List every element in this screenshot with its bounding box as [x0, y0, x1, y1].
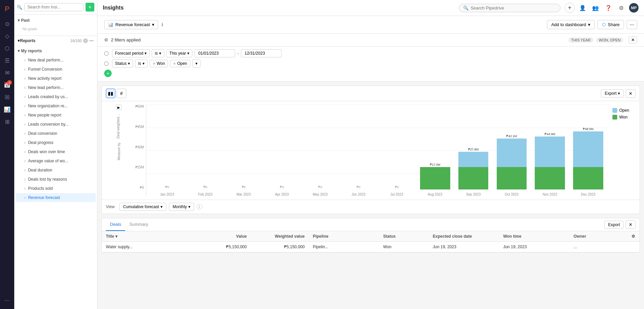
report-dropdown-button[interactable]: 📊 Revenue forecast ▾	[104, 20, 158, 29]
filter1-date-from-input[interactable]	[194, 49, 235, 57]
info-icon[interactable]: ℹ	[162, 22, 163, 27]
nav-icon-mail[interactable]: ✉	[2, 67, 13, 78]
sidebar-item-deal-progress[interactable]: ○Deal progress	[16, 138, 96, 147]
chart-type-buttons: ▮▮ #	[106, 89, 126, 98]
sidebar-item-revenue-forecast[interactable]: ○Revenue forecast	[16, 193, 96, 202]
th-title[interactable]: Title ▾	[102, 231, 193, 241]
th-won-time[interactable]: Won time	[499, 231, 569, 241]
sidebar-item-deals-lost[interactable]: ○Deals lost by reasons	[16, 175, 96, 184]
table-export-button[interactable]: Export	[604, 221, 624, 229]
chart-export-button[interactable]: Export ▾	[601, 89, 624, 97]
won-tag-remove-icon[interactable]: ✕	[153, 62, 155, 66]
forecast-period-label: Forecast period	[115, 51, 143, 56]
th-weighted[interactable]: Weighted value	[251, 231, 309, 241]
status-field-select[interactable]: Status ▾	[112, 59, 133, 68]
sidebar-search-input[interactable]	[24, 3, 83, 11]
sidebar-item-new-activity-report[interactable]: ○New activity report	[16, 74, 96, 83]
sidebar-item-avg-value[interactable]: ○Average value of wo...	[16, 157, 96, 165]
td-close-date: Jun 19, 2023	[429, 242, 499, 252]
bar-stack-9: ₱42.1M	[497, 134, 527, 189]
th-status[interactable]: Status	[379, 231, 429, 241]
nav-icon-deals[interactable]: ◇	[2, 31, 13, 41]
contacts-icon[interactable]: 👥	[590, 3, 601, 13]
th-title-sort-icon: ▾	[115, 234, 117, 239]
nav-icon-home[interactable]: ⊙	[2, 18, 13, 29]
goals-section-label: Past	[21, 18, 30, 23]
reports-info-icon[interactable]: i	[83, 38, 88, 43]
add-filter-button[interactable]: +	[104, 70, 112, 77]
filter2-operator-select[interactable]: is ▾	[135, 59, 148, 68]
share-button[interactable]: ⬡ Share	[598, 20, 624, 29]
nav-icon-products[interactable]: ☒	[2, 92, 13, 103]
bar-zero-label-6: ₱0	[395, 185, 399, 189]
more-options-button[interactable]: ⋯	[627, 20, 637, 29]
cumulative-forecast-button[interactable]: Cumulative forecast ▾	[119, 203, 166, 211]
user-avatar[interactable]: MP	[629, 3, 639, 13]
chart-bars-area: ₱0₱0₱0₱0₱0₱0₱0₱17.0M₱27.8M₱42.1M₱44.9M₱4…	[146, 105, 609, 196]
legend-open-label: Open	[619, 108, 629, 113]
sidebar-item-new-deal-perform[interactable]: ○New deal perform...	[16, 56, 96, 65]
open-tag-remove-icon[interactable]: ✕	[173, 62, 176, 66]
sidebar-item-leads-created[interactable]: ○Leads created by us...	[16, 92, 96, 101]
th-settings[interactable]: ⚙	[627, 231, 640, 241]
close-filters-button[interactable]: ✕	[629, 36, 637, 43]
th-close-date[interactable]: Expected close date	[429, 231, 499, 241]
notifications-icon[interactable]: 👤	[577, 3, 588, 13]
bar-group-6: ₱0	[378, 105, 416, 189]
help-icon[interactable]: ❓	[603, 3, 613, 13]
reports-more-icon[interactable]: ⋯	[89, 38, 94, 43]
filter-row-1: Forecast period ▾ is ▾ This year ▾ -	[104, 49, 637, 57]
th-close-date-label: Expected close date	[433, 234, 472, 239]
bar-chart-type-button[interactable]: ▮▮	[106, 89, 115, 98]
sidebar-item-deal-conversion[interactable]: ○Deal conversion	[16, 129, 96, 138]
legend-item-open: Open	[612, 108, 633, 113]
sidebar-item-funnel-conversion[interactable]: ○Funnel Conversion	[16, 65, 96, 74]
th-owner[interactable]: Owner	[569, 231, 627, 241]
th-value[interactable]: Value	[193, 231, 251, 241]
nav-icon-marketplace[interactable]: ⊞	[2, 116, 13, 127]
bar-group-10: ₱44.9M	[531, 105, 569, 189]
nav-icon-leads[interactable]: ⬡	[2, 43, 13, 54]
chart-close-button[interactable]: ✕	[626, 89, 636, 98]
filter1-operator-select[interactable]: is ▾	[152, 49, 164, 57]
expand-arrow-button[interactable]: ▶	[116, 105, 121, 110]
sidebar-item-deal-duration[interactable]: ○Deal duration	[16, 166, 96, 175]
sidebar-item-deals-won-over-time[interactable]: ○Deals won over time	[16, 147, 96, 156]
nav-icon-projects[interactable]: ☰	[2, 55, 13, 66]
sidebar-item-new-people-report[interactable]: ○New people report	[16, 111, 96, 120]
sidebar-item-leads-conversion[interactable]: ○Leads conversion by...	[16, 120, 96, 129]
add-button[interactable]: +	[565, 3, 575, 13]
filter2-operator-label: is	[138, 61, 141, 66]
nav-icon-more[interactable]: ⋯	[2, 295, 13, 306]
forecast-period-select[interactable]: Forecast period ▾	[112, 49, 150, 57]
deals-tab[interactable]: Deals	[106, 218, 125, 231]
sidebar-item-new-org-report[interactable]: ○New organization re...	[16, 102, 96, 110]
nav-icon-calendar[interactable]: 📅 3	[2, 79, 13, 90]
sidebar-item-label: New lead perform...	[28, 85, 64, 90]
filter1-radio[interactable]	[104, 51, 109, 56]
global-search-input[interactable]	[471, 5, 556, 11]
goals-section-header[interactable]: ▾ Past	[14, 16, 97, 25]
monthly-button[interactable]: Monthly ▾	[169, 203, 194, 211]
sidebar-item-label: Funnel Conversion	[28, 67, 62, 72]
summary-tab[interactable]: Summary	[125, 218, 152, 231]
table-chart-type-button[interactable]: #	[117, 89, 126, 98]
x-label-7: Aug 2023	[416, 193, 454, 196]
sidebar-item-new-lead-perform[interactable]: ○New lead perform...	[16, 83, 96, 92]
nav-icon-insights[interactable]: 📊	[2, 104, 13, 115]
filter2-radio[interactable]	[104, 61, 109, 66]
my-reports-header[interactable]: ▾ My reports	[14, 47, 97, 55]
filter1-value-select[interactable]: This year ▾	[166, 49, 192, 57]
table-close-button[interactable]: ✕	[626, 220, 636, 229]
add-dashboard-button[interactable]: Add to dashboard ▾	[547, 20, 595, 29]
filter2-more-select[interactable]: ▾	[192, 59, 201, 68]
report-actions: Add to dashboard ▾ ⬡ Share ⋯	[547, 20, 637, 29]
topbar: Insights 🔍 + 👤 👥 ❓ ⚙ MP	[97, 0, 644, 16]
view-info-icon[interactable]: i	[197, 204, 202, 210]
filter1-date-to-input[interactable]	[241, 49, 282, 57]
sidebar-item-products-sold[interactable]: ○Products sold	[16, 184, 96, 193]
sidebar-add-button[interactable]: +	[86, 3, 94, 12]
filter-tag-open: ✕ Open	[170, 60, 190, 67]
th-pipeline[interactable]: Pipeline	[309, 231, 379, 241]
settings-icon[interactable]: ⚙	[616, 3, 626, 13]
